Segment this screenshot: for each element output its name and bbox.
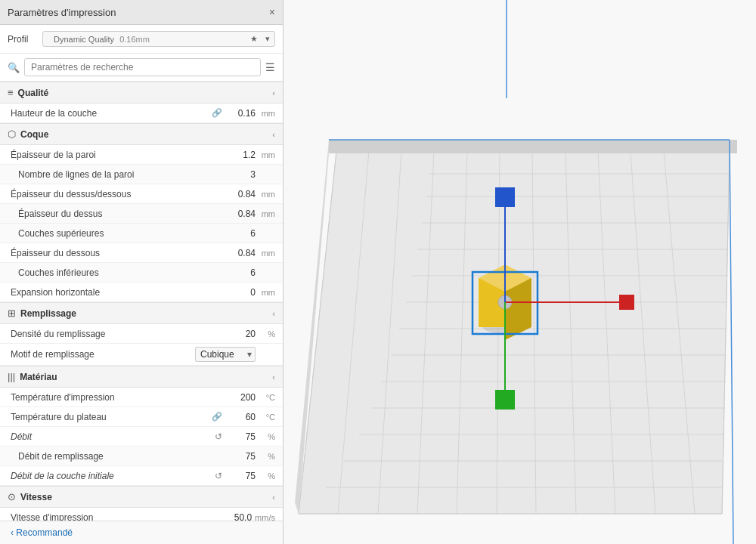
search-icon: 🔍 <box>8 62 20 73</box>
reset-icon[interactable]: ↺ <box>215 471 222 481</box>
search-input[interactable] <box>24 58 261 76</box>
svg-rect-41 <box>619 295 634 310</box>
section-header-remplissage[interactable]: ⊞ Remplissage ‹ <box>0 302 283 324</box>
setting-unit: °C <box>259 413 275 422</box>
setting-value: 75 <box>225 451 256 462</box>
setting-row-remplissage-1: Motif de remplissage Cubique ▾ <box>0 344 283 366</box>
setting-value: 1.2 <box>225 150 256 160</box>
setting-row-coque-7: Expansion horizontale 0 mm <box>0 283 283 302</box>
setting-row-materiau-1: Température du plateau 🔗 60 °C <box>0 407 283 427</box>
section-title-qualite: Qualité <box>18 88 268 98</box>
setting-label: Température du plateau <box>11 412 212 422</box>
dropdown[interactable]: Cubique ▾ <box>195 347 256 362</box>
setting-value: 200 <box>225 392 256 403</box>
setting-value: 20 <box>225 329 256 339</box>
setting-unit: °C <box>259 393 275 402</box>
section-icon-coque: ⬡ <box>8 128 16 140</box>
section-title-remplissage: Remplissage <box>20 308 268 319</box>
setting-label: Épaisseur du dessus <box>18 209 215 219</box>
setting-unit: % <box>259 452 275 461</box>
section-header-qualite[interactable]: ≡ Qualité ‹ <box>0 82 283 104</box>
setting-label: Motif de remplissage <box>11 349 186 360</box>
profile-label: Profil <box>8 34 36 45</box>
setting-value: 6 <box>225 228 256 239</box>
close-button[interactable]: × <box>269 6 275 18</box>
recommande-button[interactable]: ‹ Recommandé <box>11 527 73 538</box>
setting-label: Vitesse d'impression <box>11 512 211 521</box>
setting-row-materiau-4: Débit de la couche initiale ↺ 75 % <box>0 466 283 486</box>
setting-value: 6 <box>225 267 256 278</box>
setting-row-coque-4: Couches supérieures 6 <box>0 224 283 243</box>
setting-value: 0.84 <box>225 189 256 199</box>
setting-unit: mm <box>259 190 275 199</box>
collapse-icon-remplissage[interactable]: ‹ <box>272 309 275 318</box>
settings-scroll[interactable]: ≡ Qualité ‹ Hauteur de la couche 🔗 0.16 … <box>0 82 283 521</box>
setting-row-coque-2: Épaisseur du dessus/dessous 0.84 mm <box>0 184 283 204</box>
setting-row-coque-3: Épaisseur du dessus 0.84 mm <box>0 204 283 224</box>
section-header-materiau[interactable]: ||| Matériau ‹ <box>0 366 283 388</box>
setting-unit: mm <box>259 209 275 218</box>
setting-row-materiau-2: Débit ↺ 75 % <box>0 427 283 447</box>
collapse-icon-qualite[interactable]: ‹ <box>272 88 275 97</box>
setting-row-remplissage-0: Densité du remplissage 20 % <box>0 324 283 344</box>
setting-unit: mm <box>259 288 275 297</box>
section-icon-materiau: ||| <box>8 371 15 382</box>
setting-label: Épaisseur du dessus/dessous <box>11 189 215 199</box>
setting-value: 75 <box>225 431 256 442</box>
section-header-vitesse[interactable]: ⊙ Vitesse ‹ <box>0 486 283 508</box>
3d-viewport <box>284 0 756 544</box>
setting-value: 0.84 <box>225 248 256 258</box>
collapse-icon-coque[interactable]: ‹ <box>272 130 275 139</box>
section-icon-vitesse: ⊙ <box>8 491 16 502</box>
setting-label: Débit de remplissage <box>18 451 215 462</box>
settings-panel: Paramètres d'impression × Profil Dynamic… <box>0 0 284 544</box>
setting-label: Couches inférieures <box>18 267 215 278</box>
viewport <box>284 0 756 544</box>
svg-rect-43 <box>495 390 515 410</box>
setting-label: Épaisseur de la paroi <box>11 150 215 160</box>
link-icon: 🔗 <box>212 108 222 118</box>
setting-label: Nombre de lignes de la paroi <box>18 169 215 180</box>
setting-label: Débit <box>11 431 215 442</box>
svg-rect-45 <box>495 187 515 207</box>
link-icon: 🔗 <box>212 412 222 422</box>
profile-select[interactable]: Dynamic Quality 0.16mm ★ ▾ <box>42 31 275 47</box>
setting-label: Couches supérieures <box>18 228 215 239</box>
setting-label: Hauteur de la couche <box>11 108 212 119</box>
profile-value: Dynamic Quality 0.16mm <box>51 35 150 44</box>
setting-row-materiau-3: Débit de remplissage 75 % <box>0 447 283 466</box>
hamburger-icon[interactable]: ☰ <box>265 61 275 73</box>
panel-title-bar: Paramètres d'impression × <box>0 0 283 25</box>
chevron-down-icon[interactable]: ▾ <box>265 34 270 44</box>
setting-label: Densité du remplissage <box>11 329 215 339</box>
collapse-icon-materiau[interactable]: ‹ <box>272 372 275 382</box>
bottom-bar: ‹ Recommandé <box>0 521 283 544</box>
section-icon-qualite: ≡ <box>8 87 14 98</box>
svg-rect-30 <box>329 140 737 153</box>
reset-icon[interactable]: ↺ <box>215 431 222 442</box>
search-row: 🔍 ☰ <box>0 54 283 82</box>
section-icon-remplissage: ⊞ <box>8 308 16 319</box>
setting-value: 3 <box>225 169 256 180</box>
setting-label: Débit de la couche initiale <box>11 471 215 481</box>
setting-row-vitesse-0: Vitesse d'impression 50.0 mm/s <box>0 508 283 521</box>
setting-value: 0.84 <box>225 209 256 219</box>
setting-unit: % <box>259 432 275 441</box>
section-title-materiau: Matériau <box>20 372 268 382</box>
setting-label: Expansion horizontale <box>11 287 215 298</box>
setting-row-coque-1: Nombre de lignes de la paroi 3 <box>0 165 283 184</box>
profile-row: Profil Dynamic Quality 0.16mm ★ ▾ <box>0 25 283 54</box>
section-title-coque: Coque <box>20 129 268 140</box>
setting-value: 75 <box>225 471 256 481</box>
setting-unit: % <box>259 329 275 338</box>
setting-value: 0 <box>225 287 256 298</box>
panel-title: Paramètres d'impression <box>8 7 116 18</box>
setting-unit: % <box>259 471 275 481</box>
setting-row-coque-0: Épaisseur de la paroi 1.2 mm <box>0 145 283 165</box>
section-title-vitesse: Vitesse <box>20 492 268 502</box>
section-header-coque[interactable]: ⬡ Coque ‹ <box>0 123 283 145</box>
star-icon[interactable]: ★ <box>250 34 258 44</box>
setting-unit: mm/s <box>255 513 275 521</box>
collapse-icon-vitesse[interactable]: ‹ <box>272 493 275 502</box>
setting-row-qualite-0: Hauteur de la couche 🔗 0.16 mm <box>0 104 283 123</box>
